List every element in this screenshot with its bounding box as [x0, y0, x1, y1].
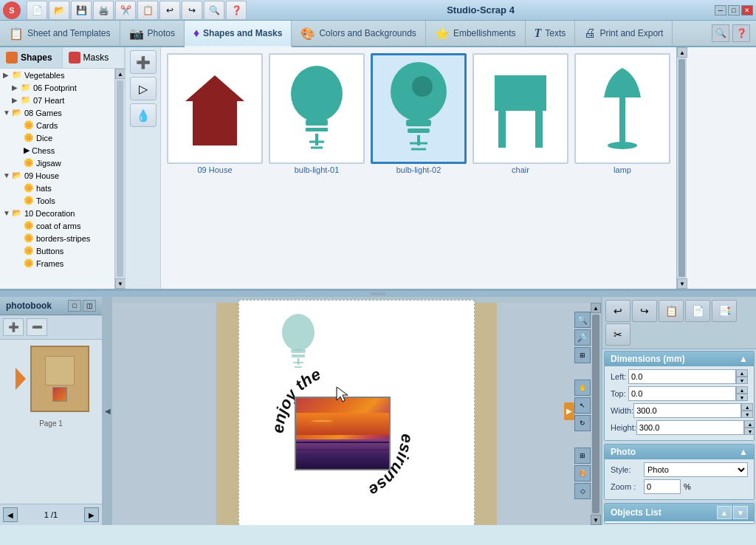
zoom-btn[interactable]: 🔍	[204, 1, 224, 20]
dim-width-down[interactable]: ▼	[741, 411, 753, 418]
scroll-up-btn[interactable]: ▲	[115, 69, 125, 79]
tree-item-tools[interactable]: 🌼 Tools	[0, 194, 114, 207]
tree-item-vegetables[interactable]: ▶ 📁 Vegetables	[0, 69, 114, 81]
help-btn[interactable]: ❓	[226, 1, 247, 20]
tab-sheet-templates[interactable]: 📋 Sheet and Templates	[0, 21, 120, 46]
close-btn[interactable]: ✕	[741, 5, 753, 16]
dim-width-spinner[interactable]: ▲ ▼	[741, 403, 753, 418]
select-btn[interactable]: ↖	[574, 397, 591, 414]
tree-scrollbar[interactable]: ▲ ▼	[114, 69, 125, 289]
gallery-item-chair[interactable]: chair	[472, 53, 568, 283]
canvas-scroll-down[interactable]: ▼	[591, 515, 601, 525]
expand-house[interactable]: ▼	[3, 171, 12, 179]
dim-height-spinner[interactable]: ▲ ▼	[744, 420, 755, 435]
tab-photos[interactable]: 📷 Photos	[120, 21, 185, 46]
pb-add-btn[interactable]: ➕	[3, 318, 24, 336]
redo-tool[interactable]: ↪	[632, 300, 657, 322]
nav-arrow-right[interactable]: ▶	[84, 507, 99, 522]
dim-width-input[interactable]	[633, 403, 741, 418]
open-btn[interactable]: 📂	[49, 1, 69, 20]
tab-embellishments[interactable]: ⭐ Embellishments	[426, 21, 526, 46]
obj-up-btn[interactable]: ▲	[717, 506, 732, 519]
gallery-scrollbar[interactable]: ▲ ▼	[676, 47, 687, 289]
dim-height-up[interactable]: ▲	[744, 420, 755, 428]
nav-arrow-left[interactable]: ◀	[3, 507, 18, 522]
tab-print-export[interactable]: 🖨 Print and Export	[575, 21, 673, 46]
tree-item-chess[interactable]: ▶ Chess	[0, 144, 114, 157]
gallery-scroll-down[interactable]: ▼	[677, 278, 687, 289]
dim-top-down[interactable]: ▼	[736, 394, 748, 401]
fit-btn[interactable]: ⊞	[574, 347, 591, 363]
help-nav-button[interactable]: ❓	[732, 24, 750, 42]
gallery-item-bulb01[interactable]: bulb-light-01	[269, 53, 365, 283]
expand-games[interactable]: ▼	[3, 109, 12, 117]
expand-decoration[interactable]: ▼	[3, 209, 12, 217]
dim-left-input[interactable]	[628, 369, 736, 384]
new-btn[interactable]: 📄	[27, 1, 47, 20]
photo-style-select[interactable]: Photo	[644, 462, 748, 477]
cut-btn[interactable]: ✂️	[115, 1, 136, 20]
tree-item-cards[interactable]: 🌼 Cards	[0, 119, 114, 131]
tree-scroll[interactable]: ▶ 📁 Vegetables ▶ 📁 06 Footprint ▶ 📁 07 H…	[0, 69, 114, 289]
tab-colors-backgrounds[interactable]: 🎨 Colors and Backgrounds	[292, 21, 425, 46]
tree-item-buttons[interactable]: 🌼 Buttons	[0, 244, 114, 257]
tree-item-games[interactable]: ▼ 📂 08 Games	[0, 106, 114, 119]
tree-item-borders-stripes[interactable]: 🌼 borders-stripes	[0, 232, 114, 244]
expand-heart[interactable]: ▶	[12, 96, 21, 104]
maximize-btn[interactable]: □	[728, 5, 740, 16]
rotate-btn[interactable]: ↻	[574, 415, 591, 431]
photo-zoom-input[interactable]	[644, 479, 681, 494]
canvas-photo[interactable]	[295, 397, 391, 470]
tree-item-footprint[interactable]: ▶ 📁 06 Footprint	[0, 81, 114, 94]
direction-btn[interactable]: ▷	[130, 77, 157, 100]
collapse-left-strip[interactable]: ◀	[103, 297, 112, 525]
window-controls[interactable]: ─ □ ✕	[715, 5, 753, 16]
gallery-item-house[interactable]: 09 House	[167, 53, 263, 283]
tree-item-jigsaw[interactable]: 🌼 Jigsaw	[0, 157, 114, 169]
tree-item-dice[interactable]: 🌼 Dice	[0, 131, 114, 144]
sidebar-tab-masks[interactable]: Masks	[63, 47, 126, 68]
gallery-scroll-up[interactable]: ▲	[677, 47, 687, 58]
dimensions-collapse[interactable]: ▲	[739, 354, 748, 364]
save-btn[interactable]: 💾	[71, 1, 92, 20]
zoom-in-btn[interactable]: 🔍	[574, 312, 591, 328]
minimize-btn[interactable]: ─	[715, 5, 726, 16]
tab-texts[interactable]: T Texts	[526, 21, 576, 46]
scroll-down-btn[interactable]: ▼	[115, 278, 125, 289]
dim-left-down[interactable]: ▼	[736, 377, 748, 384]
pb-remove-btn[interactable]: ➖	[27, 318, 47, 336]
dim-left-up[interactable]: ▲	[736, 369, 748, 377]
dim-height-down[interactable]: ▼	[744, 428, 755, 435]
dim-left-spinner[interactable]: ▲ ▼	[736, 369, 748, 384]
photo-collapse[interactable]: ▲	[739, 447, 748, 457]
print-btn[interactable]: 🖨️	[93, 1, 114, 20]
redo-btn[interactable]: ↪	[182, 1, 202, 20]
gallery-item-bulb02[interactable]: bulb-light-02	[371, 53, 467, 283]
scroll-thumb[interactable]	[117, 80, 123, 277]
zoom-out-btn[interactable]: 🔎	[574, 329, 591, 346]
expand-footprint[interactable]: ▶	[12, 83, 21, 92]
dim-top-spinner[interactable]: ▲ ▼	[736, 386, 748, 401]
tree-item-heart[interactable]: ▶ 📁 07 Heart	[0, 94, 114, 106]
drop-btn[interactable]: 💧	[130, 103, 157, 127]
undo-tool[interactable]: ↩	[605, 300, 630, 322]
page-thumb-1[interactable]	[30, 346, 89, 412]
shape-btn[interactable]: ◇	[574, 483, 591, 499]
pb-icon-1[interactable]: □	[68, 300, 81, 312]
move-btn[interactable]: ✋	[574, 380, 591, 396]
add-shape-btn[interactable]: ➕	[130, 50, 157, 74]
canvas-scroll-up[interactable]: ▲	[591, 303, 601, 313]
canvas-vscroll[interactable]: ▲ ▼	[591, 303, 601, 525]
gallery-item-lamp[interactable]: lamp	[574, 53, 670, 283]
pb-icon-2[interactable]: ◫	[83, 300, 96, 312]
canvas-area[interactable]: enjoy the esirunse	[112, 297, 601, 525]
canvas-page[interactable]: enjoy the esirunse	[238, 300, 475, 526]
copy-tool[interactable]: 📋	[659, 300, 684, 322]
canvas-scroll-thumb[interactable]	[592, 315, 599, 513]
tree-item-house[interactable]: ▼ 📂 09 House	[0, 169, 114, 182]
dim-width-up[interactable]: ▲	[741, 403, 753, 411]
gallery-img-house[interactable]	[167, 53, 263, 164]
gallery-scroll-thumb[interactable]	[678, 59, 685, 277]
tab-shapes-masks[interactable]: ♦ Shapes and Masks	[185, 21, 292, 47]
undo-btn[interactable]: ↩	[159, 1, 180, 20]
